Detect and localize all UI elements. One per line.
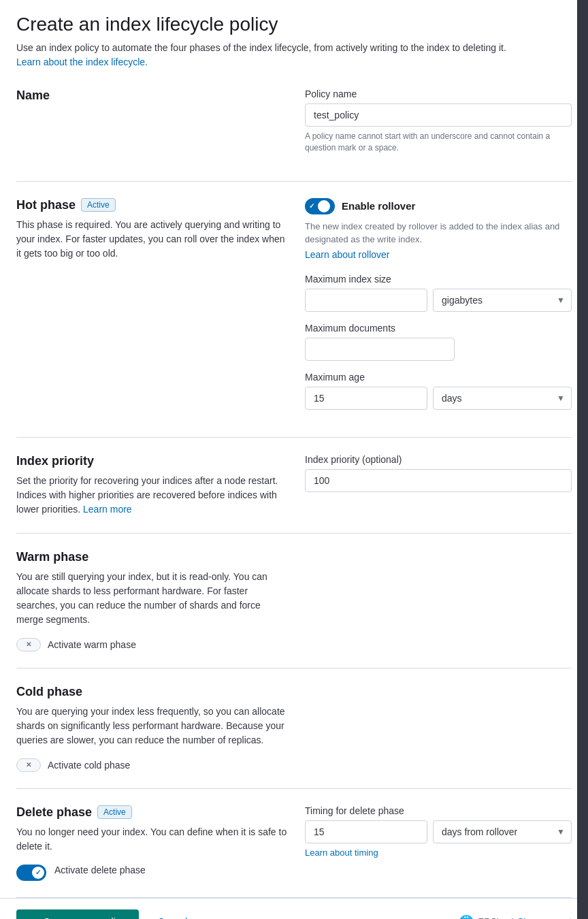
cancel-button[interactable]: Cancel xyxy=(147,909,199,919)
activate-delete-label: Activate delete phase xyxy=(54,865,146,875)
warm-phase-section: Warm phase You are still querying your i… xyxy=(16,534,572,668)
toggle-check-icon: ✓ xyxy=(309,202,314,210)
delete-phase-section: Delete phase Active You no longer need y… xyxy=(16,789,572,898)
max-index-size-unit-wrapper: gigabytes megabytes kilobytes bytes ▼ xyxy=(433,289,572,312)
enable-rollover-toggle[interactable]: ✓ xyxy=(305,198,335,214)
max-index-size-row: gigabytes megabytes kilobytes bytes ▼ xyxy=(305,289,572,312)
timing-delete-unit-wrapper: days from rollover hours from rollover m… xyxy=(433,820,572,843)
learn-timing-link[interactable]: Learn about timing xyxy=(305,848,378,858)
max-documents-group: Maximum documents xyxy=(305,323,572,361)
delete-phase-left: Delete phase Active You no longer need y… xyxy=(16,805,289,881)
warm-toggle-label: Activate warm phase xyxy=(48,639,136,650)
max-age-row: days hours minutes seconds ▼ xyxy=(305,387,572,410)
footer-logo-icon: 🌐 xyxy=(459,914,474,919)
max-age-group: Maximum age days hours minutes seconds ▼ xyxy=(305,372,572,410)
rollover-title: Enable rollover xyxy=(342,200,415,212)
footer-logo-text: ERCloud xyxy=(478,916,513,919)
index-priority-desc: Set the priority for recovering your ind… xyxy=(16,474,289,517)
hot-phase-section: Hot phase Active This phase is required.… xyxy=(16,182,572,438)
activate-warm-phase-toggle[interactable]: ✕ Activate warm phase xyxy=(16,638,572,651)
delete-phase-title-row: Delete phase Active xyxy=(16,805,289,820)
delete-phase-title: Delete phase xyxy=(16,805,92,820)
cold-phase-title: Cold phase xyxy=(16,685,572,699)
policy-name-input[interactable] xyxy=(305,103,572,127)
save-check-icon: ✓ xyxy=(30,916,38,919)
show-request-link[interactable]: Show request xyxy=(518,916,572,919)
index-priority-left: Index priority Set the priority for reco… xyxy=(16,454,289,517)
learn-lifecycle-link[interactable]: Learn about the index lifecycle. xyxy=(16,57,148,67)
activate-delete-toggle-row: ✓ Activate delete phase xyxy=(16,865,289,881)
hot-phase-title-row: Hot phase Active xyxy=(16,198,289,212)
delete-phase-description: You no longer need your index. You can d… xyxy=(16,825,289,854)
hot-phase-description: This phase is required. You are actively… xyxy=(16,218,289,261)
policy-name-group: Policy name A policy name cannot start w… xyxy=(305,88,572,154)
max-age-unit-select[interactable]: days hours minutes seconds xyxy=(433,387,572,410)
timing-delete-group: Timing for delete phase days from rollov… xyxy=(305,805,572,858)
delete-toggle-knob: ✓ xyxy=(32,867,44,879)
max-documents-input[interactable] xyxy=(305,338,455,361)
policy-name-label: Policy name xyxy=(305,88,572,99)
policy-name-hint: A policy name cannot start with an under… xyxy=(305,131,572,154)
hot-phase-left: Hot phase Active This phase is required.… xyxy=(16,198,289,421)
activate-cold-phase-toggle[interactable]: ✕ Activate cold phase xyxy=(16,758,572,772)
warm-phase-description: You are still querying your index, but i… xyxy=(16,570,289,627)
cold-toggle-x-icon: ✕ xyxy=(26,761,31,769)
footer-left: ✓ Save as new policy Cancel xyxy=(16,909,198,919)
delete-phase-badge: Active xyxy=(97,805,132,819)
max-documents-label: Maximum documents xyxy=(305,323,572,334)
cold-toggle-circle: ✕ xyxy=(16,758,41,772)
index-priority-learn-link[interactable]: Learn more xyxy=(83,504,132,515)
hot-phase-title: Hot phase xyxy=(16,198,76,212)
timing-delete-input[interactable] xyxy=(305,820,427,843)
page-title: Create an index lifecycle policy xyxy=(16,14,572,35)
rollover-desc: The new index created by rollover is add… xyxy=(305,220,572,246)
index-priority-right: Index priority (optional) xyxy=(305,454,572,517)
max-age-unit-wrapper: days hours minutes seconds ▼ xyxy=(433,387,572,410)
timing-delete-label: Timing for delete phase xyxy=(305,805,572,816)
name-section-left: Name xyxy=(16,88,289,165)
timing-delete-unit-select[interactable]: days from rollover hours from rollover m… xyxy=(433,820,572,843)
save-as-new-policy-button[interactable]: ✓ Save as new policy xyxy=(16,909,139,919)
delete-toggle-check-icon: ✓ xyxy=(35,869,41,876)
warm-toggle-x-icon: ✕ xyxy=(26,641,31,648)
index-priority-label: Index priority (optional) xyxy=(305,454,572,465)
max-index-size-group: Maximum index size gigabytes megabytes k… xyxy=(305,274,572,312)
name-section-title: Name xyxy=(16,88,50,103)
footer-right: 🌐 ERCloud Show request xyxy=(459,914,572,919)
name-section-right: Policy name A policy name cannot start w… xyxy=(305,88,572,165)
scrollbar[interactable] xyxy=(577,0,588,919)
delete-phase-right: Timing for delete phase days from rollov… xyxy=(305,805,572,881)
max-index-size-unit-select[interactable]: gigabytes megabytes kilobytes bytes xyxy=(433,289,572,312)
index-priority-input[interactable] xyxy=(305,469,572,492)
footer: ✓ Save as new policy Cancel 🌐 ERCloud Sh… xyxy=(0,898,588,919)
hot-phase-badge: Active xyxy=(81,198,116,212)
toggle-knob xyxy=(318,200,330,212)
warm-phase-title: Warm phase xyxy=(16,550,572,564)
index-priority-title: Index priority xyxy=(16,454,289,468)
cold-toggle-label: Activate cold phase xyxy=(48,760,130,771)
page-description: Use an index policy to automate the four… xyxy=(16,41,572,69)
index-priority-section: Index priority Set the priority for reco… xyxy=(16,438,572,534)
activate-delete-phase-toggle[interactable]: ✓ xyxy=(16,865,46,881)
rollover-section: ✓ Enable rollover The new index created … xyxy=(305,198,572,260)
max-age-label: Maximum age xyxy=(305,372,572,383)
max-age-input[interactable] xyxy=(305,387,427,410)
max-index-size-label: Maximum index size xyxy=(305,274,572,285)
cold-phase-section: Cold phase You are querying your index l… xyxy=(16,668,572,789)
cold-phase-description: You are querying your index less frequen… xyxy=(16,705,289,747)
rollover-header: ✓ Enable rollover xyxy=(305,198,572,214)
timing-delete-row: days from rollover hours from rollover m… xyxy=(305,820,572,843)
learn-rollover-link[interactable]: Learn about rollover xyxy=(305,249,390,260)
name-section: Name Policy name A policy name cannot st… xyxy=(16,72,572,182)
warm-toggle-circle: ✕ xyxy=(16,638,41,651)
max-index-size-input[interactable] xyxy=(305,289,427,312)
hot-phase-right: ✓ Enable rollover The new index created … xyxy=(305,198,572,421)
index-priority-group: Index priority (optional) xyxy=(305,454,572,492)
